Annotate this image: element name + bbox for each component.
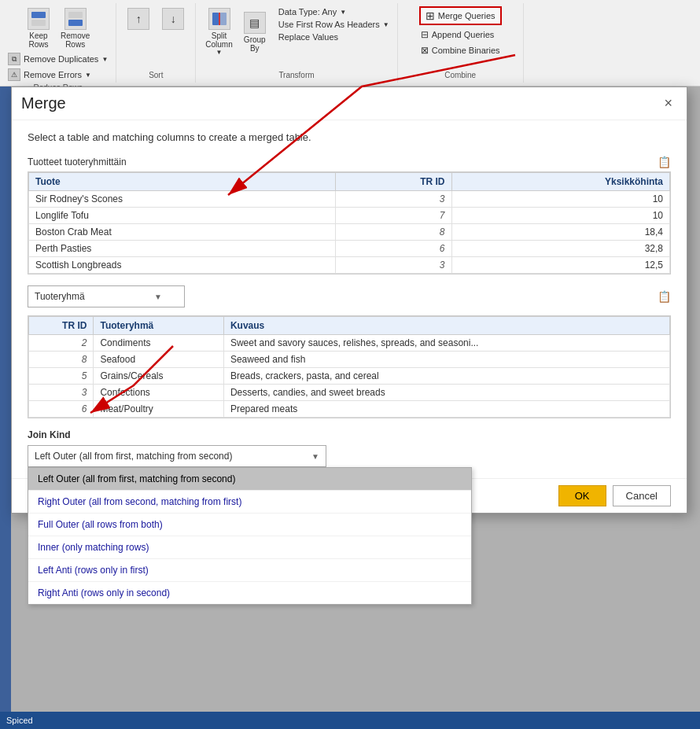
combine-binaries-button[interactable]: ⊠ Combine Binaries [419,44,502,57]
status-text: Spiced [6,716,33,725]
table-row: 2 Condiments Sweet and savory sauces, re… [29,335,670,352]
sort-desc-icon: ↓ [162,8,184,30]
ribbon-group-reduce-rows: Keep Rows Remove Rows ⧉ Remove Duplicate… [0,3,116,83]
join-option-right-anti[interactable]: Right Anti (rows only in second) [28,582,471,604]
remove-rows-button[interactable]: Remove Rows [57,6,93,50]
keep-rows-button[interactable]: Keep Rows [23,6,54,50]
table2-copy-icon[interactable]: 📋 [658,290,671,303]
cell-yksikkohinta: 32,8 [451,241,669,257]
use-first-row-button[interactable]: Use First Row As Headers ▼ [277,19,391,30]
table2: TR ID Tuoteryhmä Kuvaus 2 Condiments Swe… [28,316,670,418]
join-option-inner[interactable]: Inner (only matching rows) [28,536,471,559]
merge-queries-icon: ⊞ [426,9,435,22]
use-first-row-arrow: ▼ [383,21,389,28]
combine-buttons: ⊞ Merge Queries ⊟ Append Queries ⊠ Combi… [419,6,502,57]
join-option-full-outer[interactable]: Full Outer (all rows from both) [28,514,471,536]
status-bar: Spiced [0,712,700,729]
data-type-button[interactable]: Data Type: Any ▼ [277,6,391,17]
split-column-button[interactable]: Split Column ▼ [202,6,235,57]
table1-section-header: Tuotteet tuoteryhmittäin 📋 [28,156,671,168]
svg-rect-3 [68,20,83,26]
sort-asc-button[interactable]: ↑ [123,6,154,33]
join-kind-section: Join Kind Left Outer (all from first, ma… [28,429,671,467]
keep-rows-label: Keep Rows [29,31,49,49]
cell-tuoteryhmä: Grains/Cereals [94,368,223,385]
replace-values-button[interactable]: Replace Values [277,31,391,42]
table-row: 6 Meat/Poultry Prepared meats [29,401,670,418]
remove-duplicates-button[interactable]: ⧉ Remove Duplicates ▼ [6,52,109,66]
table1-col-tuote[interactable]: Tuote [29,173,336,191]
cell-tuoteryhmä: Seafood [94,352,223,368]
remove-rows-label: Remove Rows [61,31,90,49]
cell-tuoteryhmä: Condiments [94,335,223,352]
cell-tuote: Scottish Longbreads [29,257,336,274]
table-row: 3 Confections Desserts, candies, and swe… [29,385,670,401]
ribbon-main-buttons: Keep Rows Remove Rows [23,6,93,50]
sort-asc-icon: ↑ [127,8,149,30]
table-row: 5 Grains/Cereals Breads, crackers, pasta… [29,368,670,385]
ribbon-group-combine: ⊞ Merge Queries ⊟ Append Queries ⊠ Combi… [398,3,524,83]
table-row: Perth Pasties 6 32,8 [29,241,670,257]
table2-dropdown-text: Tuoteryhmä [35,291,85,302]
table2-header-row: TR ID Tuoteryhmä Kuvaus [29,317,670,335]
cell-yksikkohinta: 12,5 [451,257,669,274]
group-by-icon: ▤ [244,12,266,34]
sort-desc-button[interactable]: ↓ [157,6,189,33]
join-option-left-outer[interactable]: Left Outer (all from first, matching fro… [28,468,471,491]
table2-col-kuvaus[interactable]: Kuvaus [223,317,669,335]
sort-group-label: Sort [149,71,163,79]
remove-duplicates-icon: ⧉ [8,53,20,65]
cell-tuoteryhmä: Meat/Poultry [94,401,223,418]
table1-copy-icon[interactable]: 📋 [658,156,671,168]
dialog-close-button[interactable]: × [659,94,677,113]
group-by-button[interactable]: ▤ Group By [239,10,271,54]
ribbon-group-transform: Split Column ▼ ▤ Group By Data Type: Any… [196,3,397,83]
remove-errors-icon: ⚠ [8,68,20,81]
table2-col-trid[interactable]: TR ID [29,317,94,335]
remove-duplicates-label: Remove Duplicates [24,54,98,64]
svg-rect-2 [68,12,83,18]
join-option-left-anti[interactable]: Left Anti (rows only in first) [28,559,471,582]
join-kind-selected: Left Outer (all from first, matching fro… [35,451,311,462]
table2-dropdown[interactable]: Tuoteryhmä ▼ [28,285,185,307]
sort-buttons: ↑ ↓ [123,6,189,33]
dialog-title: Merge [21,94,66,112]
table1-col-trid[interactable]: TR ID [336,173,451,191]
keep-rows-icon [28,8,50,30]
table1: Tuote TR ID Yksikköhinta Sir Rodney's Sc… [28,172,670,274]
svg-rect-4 [212,13,219,25]
cell-trid: 6 [336,241,451,257]
data-type-arrow: ▼ [340,9,346,16]
table1-col-yksikkohinta[interactable]: Yksikköhinta [451,173,669,191]
join-option-right-outer[interactable]: Right Outer (all from second, matching f… [28,491,471,514]
split-column-label: Split Column [205,31,232,49]
merge-dialog: Merge × Select a table and matching colu… [11,87,687,514]
table1-header-row: Tuote TR ID Yksikköhinta [29,173,670,191]
ok-button[interactable]: OK [558,485,606,506]
ribbon: Keep Rows Remove Rows ⧉ Remove Duplicate… [0,0,700,87]
left-sidebar [0,87,11,712]
table-row: Sir Rodney's Scones 3 10 [29,191,670,208]
cancel-button[interactable]: Cancel [613,485,671,506]
append-queries-label: Append Queries [432,30,495,39]
cell-yksikkohinta: 10 [451,191,669,208]
cell-trid: 2 [29,335,94,352]
group-by-label: Group By [244,35,266,53]
table2-col-tuoteryhmä[interactable]: Tuoteryhmä [94,317,223,335]
cell-yksikkohinta: 10 [451,208,669,224]
cell-trid: 7 [336,208,451,224]
merge-queries-button[interactable]: ⊞ Merge Queries [419,6,502,25]
remove-duplicates-arrow: ▼ [101,56,108,63]
append-queries-button[interactable]: ⊟ Append Queries [419,28,502,41]
join-kind-dropdown[interactable]: Left Outer (all from first, matching fro… [28,445,326,467]
join-kind-arrow: ▼ [311,452,319,461]
table2-dropdown-arrow: ▼ [154,293,162,301]
table-row: Longlife Tofu 7 10 [29,208,670,224]
cell-tuote: Longlife Tofu [29,208,336,224]
transform-group-label: Transform [278,71,314,79]
svg-rect-5 [220,13,227,25]
remove-errors-button[interactable]: ⚠ Remove Errors ▼ [6,68,109,82]
transform-main-buttons: Split Column ▼ ▤ Group By [202,6,270,57]
combine-binaries-label: Combine Binaries [432,46,500,55]
cell-tuote: Sir Rodney's Scones [29,191,336,208]
